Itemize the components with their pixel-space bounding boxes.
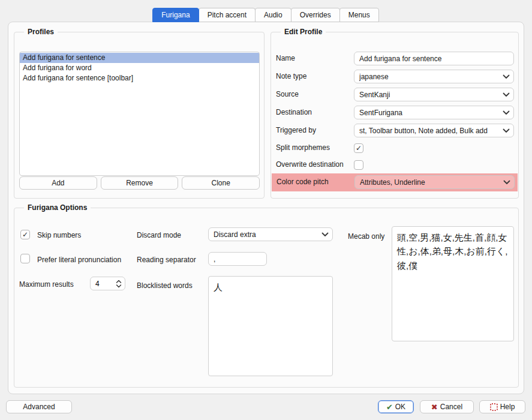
color-code-pitch-value: Attributes, Underline — [360, 178, 425, 187]
prefer-literal-pronunciation-checkbox[interactable] — [20, 254, 30, 263]
cancel-button[interactable]: ✖ Cancel — [420, 400, 474, 413]
discard-mode-label: Discard mode — [137, 230, 181, 240]
destination-select[interactable]: SentFurigana — [354, 106, 514, 119]
source-value: SentKanji — [359, 91, 390, 99]
triggered-by-select[interactable]: st, Toolbar button, Note added, Bulk add — [354, 124, 514, 137]
remove-profile-button[interactable]: Remove — [101, 176, 179, 190]
edit-profile-group: Edit Profile Name Note type japanese Sou… — [270, 32, 519, 199]
chevron-down-icon — [503, 74, 510, 79]
triggered-by-label: Triggered by — [276, 124, 316, 137]
edit-profile-group-title: Edit Profile — [281, 28, 326, 36]
furigana-options-group: Furigana Options ✓ Skip numbers Discard … — [14, 208, 519, 388]
tab-menus[interactable]: Menus — [339, 8, 379, 22]
profiles-group: Profiles Add furigana for sentence Add f… — [14, 32, 265, 199]
overwrite-destination-checkbox[interactable] — [354, 160, 363, 170]
color-code-pitch-label: Color code pitch — [276, 175, 329, 189]
skip-numbers-label: Skip numbers — [37, 230, 81, 240]
help-button[interactable]: Help — [479, 400, 525, 413]
ok-button-label: OK — [395, 403, 405, 411]
blocklisted-words-textarea[interactable]: 人 — [208, 276, 333, 376]
ok-button[interactable]: ✔ OK — [378, 400, 414, 413]
source-select[interactable]: SentKanji — [354, 88, 514, 101]
chevron-down-icon — [503, 180, 510, 185]
profile-item[interactable]: Add furigana for sentence — [20, 53, 259, 63]
profile-item[interactable]: Add furigana for word — [20, 63, 259, 73]
stepper-arrows — [116, 280, 122, 288]
destination-value: SentFurigana — [359, 109, 402, 117]
chevron-up-icon[interactable] — [116, 280, 122, 284]
note-type-select[interactable]: japanese — [354, 70, 514, 83]
chevron-down-icon — [503, 128, 510, 133]
chevron-down-icon[interactable] — [116, 284, 122, 288]
tab-bar: Furigana Pitch accent Audio Overrides Me… — [0, 8, 532, 22]
maximum-results-input[interactable] — [91, 280, 111, 288]
mecab-only-label: Mecab only — [348, 232, 384, 241]
name-input[interactable] — [354, 52, 514, 65]
furigana-options-title: Furigana Options — [24, 203, 91, 212]
tab-overrides[interactable]: Overrides — [291, 8, 340, 22]
split-morphemes-checkbox[interactable]: ✓ — [354, 143, 363, 153]
color-code-pitch-row: Color code pitch Attributes, Underline — [272, 173, 518, 191]
advanced-button[interactable]: Advanced — [6, 400, 72, 413]
triggered-by-value: st, Toolbar button, Note added, Bulk add — [359, 127, 488, 135]
source-label: Source — [276, 88, 299, 101]
split-morphemes-label: Split morphemes — [276, 141, 330, 155]
help-button-label: Help — [500, 403, 515, 411]
profile-item[interactable]: Add furigana for sentence [toolbar] — [20, 73, 259, 83]
profile-buttons-row: Add Remove Clone — [19, 176, 260, 190]
chevron-down-icon — [503, 92, 510, 97]
cancel-x-icon: ✖ — [431, 403, 438, 412]
maximum-results-label: Maximum results — [19, 280, 74, 289]
tab-furigana[interactable]: Furigana — [152, 8, 199, 22]
clone-profile-button[interactable]: Clone — [182, 176, 260, 190]
note-type-value: japanese — [359, 73, 389, 81]
discard-mode-select[interactable]: Discard extra — [208, 227, 333, 241]
prefer-literal-pronunciation-label: Prefer literal pronunciation — [37, 255, 121, 265]
destination-label: Destination — [276, 106, 312, 119]
blocklisted-words-label: Blocklisted words — [137, 281, 193, 290]
tab-pitch-accent[interactable]: Pitch accent — [199, 8, 256, 22]
chevron-down-icon — [321, 232, 329, 237]
maximum-results-stepper[interactable] — [90, 277, 125, 290]
help-lifebuoy-icon — [490, 403, 498, 411]
tab-audio[interactable]: Audio — [255, 8, 291, 22]
add-profile-button[interactable]: Add — [19, 176, 97, 190]
cancel-button-label: Cancel — [440, 403, 462, 411]
discard-mode-value: Discard extra — [214, 230, 256, 239]
check-icon: ✓ — [356, 144, 362, 152]
overwrite-destination-label: Overwrite destination — [276, 158, 344, 172]
check-icon: ✓ — [22, 230, 28, 239]
chevron-down-icon — [503, 110, 510, 115]
profiles-list: Add furigana for sentence Add furigana f… — [19, 52, 260, 176]
profiles-group-title: Profiles — [24, 28, 58, 36]
reading-separator-input[interactable] — [208, 252, 267, 266]
skip-numbers-checkbox[interactable]: ✓ — [20, 230, 30, 239]
advanced-button-label: Advanced — [23, 403, 55, 411]
reading-separator-label: Reading separator — [137, 255, 196, 265]
ok-check-icon: ✔ — [386, 403, 393, 412]
note-type-label: Note type — [276, 70, 306, 83]
furigana-tab-panel: Profiles Add furigana for sentence Add f… — [8, 22, 524, 394]
mecab-only-textarea[interactable]: 頭,空,男,猫,女,先生,首,顔,女性,お,体,弟,母,木,お前,行く,彼,僕 — [392, 226, 514, 341]
color-code-pitch-select[interactable]: Attributes, Underline — [354, 175, 515, 189]
name-label: Name — [276, 52, 295, 65]
